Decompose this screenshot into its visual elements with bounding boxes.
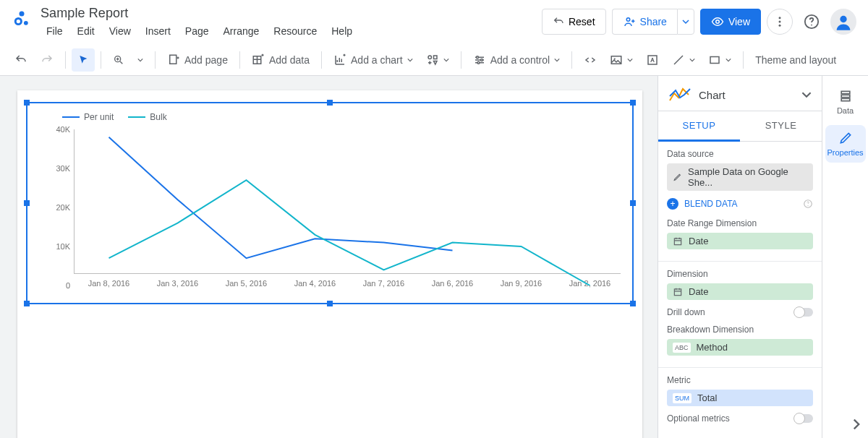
shape-button[interactable] [702,48,737,72]
resize-handle[interactable] [630,200,636,206]
chevron-down-icon [682,18,689,25]
legend-label: Per unit [84,112,114,122]
chevron-down-icon[interactable] [801,90,812,100]
menu-arrange[interactable]: Arrange [218,22,265,40]
rail-properties-label: Properties [827,148,863,157]
resize-handle[interactable] [24,200,30,206]
resize-handle[interactable] [24,301,30,306]
url-embed-button[interactable] [578,48,603,72]
drill-down-toggle[interactable] [794,308,813,317]
help-icon [804,14,820,30]
add-page-button[interactable]: Add page [161,48,234,72]
optional-metrics-label: Optional metrics [667,413,730,424]
theme-layout-button[interactable]: Theme and layout [749,48,842,72]
menu-resource[interactable]: Resource [268,22,323,40]
zoom-dropdown[interactable] [132,48,149,72]
reset-button[interactable]: Reset [542,9,606,35]
data-source-chip[interactable]: Sample Data on Google She... [667,163,813,191]
expand-rail-button[interactable] [851,418,862,430]
breakdown-chip[interactable]: ABC Method [667,339,813,356]
help-button[interactable] [799,9,825,35]
menu-view[interactable]: View [103,22,137,40]
svg-point-5 [779,17,781,19]
tab-setup[interactable]: SETUP [658,111,740,142]
person-add-icon [623,15,636,28]
redo-button[interactable] [35,48,59,72]
report-page[interactable]: Per unit Bulk 010K20K30K40KJan 8, 2016Ja… [17,90,642,438]
undo-button[interactable] [9,48,33,72]
rectangle-icon [708,53,721,66]
blend-data-button[interactable]: + BLEND DATA [667,195,738,212]
more-options-button[interactable] [767,9,793,35]
resize-handle[interactable] [630,100,636,106]
document-title[interactable]: Sample Report [41,6,533,21]
redo-icon [41,53,54,66]
zoom-button[interactable] [107,48,130,72]
shapes-icon [426,53,439,66]
rail-data[interactable]: Data [825,83,866,121]
menu-insert[interactable]: Insert [140,22,176,40]
chevron-down-icon [554,57,560,63]
resize-handle[interactable] [327,301,333,306]
selection-tool[interactable] [72,48,95,72]
dimension-chip[interactable]: Date [667,283,813,300]
view-button[interactable]: View [700,9,761,35]
add-control-button[interactable]: Add a control [467,48,566,72]
report-canvas-area[interactable]: Per unit Bulk 010K20K30K40KJan 8, 2016Ja… [0,76,658,438]
svg-point-9 [811,25,812,26]
svg-point-0 [20,12,25,17]
data-source-label: Data source [667,149,813,159]
svg-point-7 [779,25,781,27]
add-data-button[interactable]: Add data [246,48,315,72]
line-button[interactable] [666,48,701,72]
date-range-chip[interactable]: Date [667,233,813,249]
add-data-icon [252,53,265,66]
menu-edit[interactable]: Edit [72,22,101,40]
add-chart-button[interactable]: Add a chart [328,48,419,72]
y-axis-tick: 10K [44,242,70,251]
looker-studio-logo[interactable] [12,9,32,29]
dimension-label: Dimension [667,269,813,279]
date-range-dimension-label: Date Range Dimension [667,218,813,228]
chevron-right-icon [851,418,862,430]
toolbar: Add page Add data Add a chart Add a cont… [0,44,868,76]
drill-down-label: Drill down [667,307,705,317]
chart-plot-area: 010K20K30K40KJan 8, 2016Jan 3, 2016Jan 5… [74,129,621,274]
chevron-down-icon [407,57,413,63]
undo-icon [14,53,27,66]
svg-point-18 [477,61,480,64]
help-icon[interactable] [803,199,813,209]
rail-properties[interactable]: Properties [825,125,866,163]
breakdown-dimension-label: Breakdown Dimension [667,325,813,335]
menu-help[interactable]: Help [326,22,358,40]
resize-handle[interactable] [24,100,30,106]
metric-chip[interactable]: SUM Total [667,390,813,406]
share-button[interactable]: Share [612,9,677,35]
image-button[interactable] [604,48,639,72]
person-icon [833,12,854,32]
community-viz-button[interactable] [420,48,455,72]
menu-page[interactable]: Page [179,22,215,40]
text-button[interactable] [640,48,665,72]
optional-metrics-toggle[interactable] [794,414,813,423]
share-dropdown[interactable] [677,9,694,35]
svg-point-17 [480,59,482,61]
account-avatar[interactable] [830,9,856,35]
resize-handle[interactable] [327,100,333,106]
svg-point-3 [626,18,630,22]
svg-rect-28 [841,95,850,97]
panel-title: Chart [699,89,794,101]
resize-handle[interactable] [630,301,636,306]
svg-point-1 [15,18,21,24]
tab-style[interactable]: STYLE [740,111,822,141]
view-label: View [728,16,750,27]
properties-panel: Chart SETUP STYLE Data source Sample Dat… [658,76,822,438]
add-control-label: Add a control [490,54,550,66]
text-icon [646,53,659,66]
metric-value: Total [697,392,717,403]
selected-chart[interactable]: Per unit Bulk 010K20K30K40KJan 8, 2016Ja… [26,102,634,304]
menu-file[interactable]: File [41,22,69,40]
legend-swatch [128,116,145,118]
metric-label: Metric [667,375,813,385]
svg-rect-29 [841,98,850,100]
